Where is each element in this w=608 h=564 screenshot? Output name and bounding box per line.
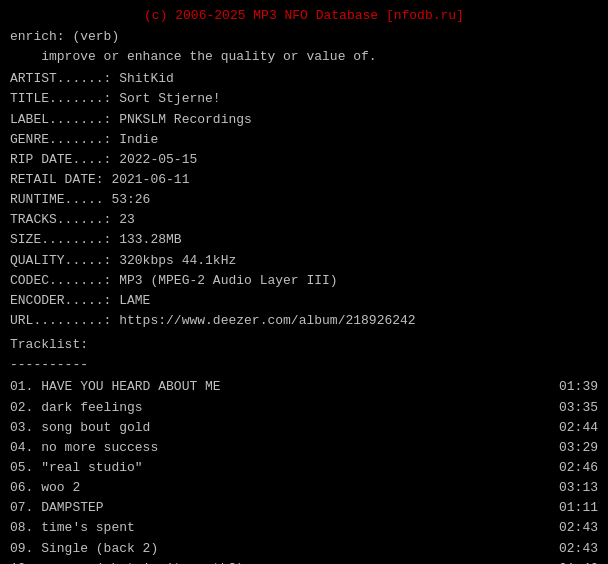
metadata-row: LABEL.......: PNKSLM Recordings [10, 110, 598, 130]
track-duration: 03:29 [559, 438, 598, 458]
track-title: 08. time's spent [10, 518, 135, 538]
track-row: 02. dark feelings03:35 [10, 398, 598, 418]
track-duration: 02:43 [559, 539, 598, 559]
metadata-row: GENRE.......: Indie [10, 130, 598, 150]
track-title: 05. "real studio" [10, 458, 143, 478]
track-row: 04. no more success03:29 [10, 438, 598, 458]
track-row: 10. anyway (what is it worth?)01:46 [10, 559, 598, 564]
track-row: 05. "real studio"02:46 [10, 458, 598, 478]
track-title: 01. HAVE YOU HEARD ABOUT ME [10, 377, 221, 397]
track-row: 03. song bout gold02:44 [10, 418, 598, 438]
track-row: 08. time's spent02:43 [10, 518, 598, 538]
metadata-row: CODEC.......: MP3 (MPEG-2 Audio Layer II… [10, 271, 598, 291]
track-title: 07. DAMPSTEP [10, 498, 104, 518]
enrich-definition: improve or enhance the quality or value … [10, 47, 598, 67]
tracks-container: 01. HAVE YOU HEARD ABOUT ME01:3902. dark… [10, 377, 598, 564]
metadata-section: ARTIST......: ShitKidTITLE.......: Sort … [10, 69, 598, 331]
track-row: 09. Single (back 2)02:43 [10, 539, 598, 559]
track-duration: 02:46 [559, 458, 598, 478]
metadata-row: ARTIST......: ShitKid [10, 69, 598, 89]
track-duration: 01:11 [559, 498, 598, 518]
track-title: 06. woo 2 [10, 478, 80, 498]
track-title: 04. no more success [10, 438, 158, 458]
track-duration: 01:46 [559, 559, 598, 564]
metadata-row: SIZE........: 133.28MB [10, 230, 598, 250]
divider: ---------- [10, 355, 598, 375]
enrich-section: enrich: (verb) improve or enhance the qu… [10, 27, 598, 67]
track-duration: 03:35 [559, 398, 598, 418]
track-duration: 02:43 [559, 518, 598, 538]
metadata-row: RETAIL DATE: 2021-06-11 [10, 170, 598, 190]
tracklist-section: Tracklist: ---------- [10, 335, 598, 375]
metadata-row: QUALITY.....: 320kbps 44.1kHz [10, 251, 598, 271]
track-title: 03. song bout gold [10, 418, 150, 438]
track-row: 06. woo 203:13 [10, 478, 598, 498]
metadata-row: RUNTIME..... 53:26 [10, 190, 598, 210]
metadata-row: RIP DATE....: 2022-05-15 [10, 150, 598, 170]
metadata-row: URL.........: https://www.deezer.com/alb… [10, 311, 598, 331]
metadata-row: TITLE.......: Sort Stjerne! [10, 89, 598, 109]
track-duration: 03:13 [559, 478, 598, 498]
tracklist-header-label: Tracklist: [10, 335, 598, 355]
track-duration: 02:44 [559, 418, 598, 438]
enrich-verb: enrich: (verb) [10, 27, 598, 47]
track-title: 09. Single (back 2) [10, 539, 158, 559]
track-title: 10. anyway (what is it worth?) [10, 559, 244, 564]
track-row: 01. HAVE YOU HEARD ABOUT ME01:39 [10, 377, 598, 397]
metadata-row: TRACKS......: 23 [10, 210, 598, 230]
track-title: 02. dark feelings [10, 398, 143, 418]
metadata-row: ENCODER.....: LAME [10, 291, 598, 311]
track-row: 07. DAMPSTEP01:11 [10, 498, 598, 518]
header-line: (c) 2006-2025 MP3 NFO Database [nfodb.ru… [10, 8, 598, 23]
track-duration: 01:39 [559, 377, 598, 397]
